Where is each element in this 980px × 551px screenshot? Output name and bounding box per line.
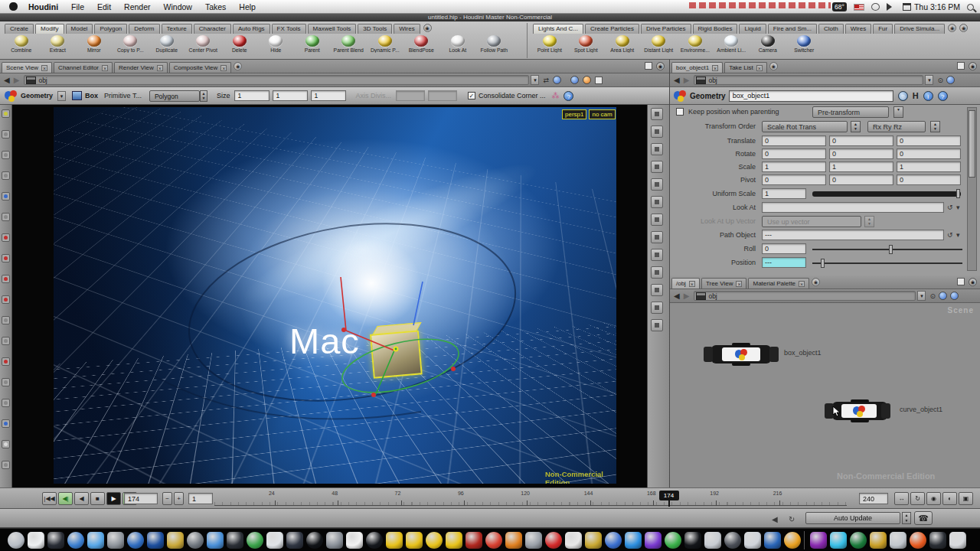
follow-selection-icon[interactable] [946,76,955,84]
tool-icon-10[interactable] [2,316,10,324]
dock-app-icon-26[interactable] [525,532,542,549]
dock-app-icon-22[interactable] [446,532,462,549]
translate-y-field[interactable]: 0 [829,135,893,146]
shelf-tab-auto-rigs[interactable]: Auto Rigs [233,24,270,34]
pin-pane-icon[interactable]: ⊙ [929,292,936,300]
node-flag-left[interactable] [704,347,713,362]
shelf-menu-icon[interactable]: ◉ [423,24,432,32]
look-at-field[interactable] [762,202,944,213]
volume-icon[interactable] [887,3,896,11]
playhead[interactable]: 174 [659,491,679,500]
shelf-tool-switcher[interactable]: Switcher [786,34,823,60]
jump-start-button[interactable]: |◀◀ [42,492,57,505]
shelf-tab-rigid-bodies[interactable]: Rigid Bodies [693,24,738,34]
dock-app-icon-9[interactable] [187,532,204,549]
shelf-tool-distant-light[interactable]: Distant Light [641,34,678,60]
tab-composite-view[interactable]: Composite View× [169,62,232,73]
keep-position-checkbox[interactable] [676,108,684,116]
rotate-order-spinner[interactable]: ▲▼ [930,121,940,132]
dock-app-icon-43[interactable] [870,532,887,549]
uniform-scale-field[interactable]: 1 [762,188,806,199]
apple-logo-icon[interactable] [9,2,18,11]
slider-handle[interactable] [821,259,825,268]
step-back-button[interactable]: ◀| [58,492,73,505]
tool-icon-17[interactable] [2,461,10,469]
dock-app-icon-20[interactable] [406,532,423,549]
tool-icon-11[interactable] [2,337,10,345]
dock-app-icon-14[interactable] [286,532,303,549]
node-flag-right[interactable] [881,403,890,419]
shelf-tab-wires[interactable]: Wires [845,24,871,34]
message-log-icon[interactable]: ◀ [772,515,778,523]
tool-icon-12[interactable] [2,357,10,366]
dock-app-icon-28[interactable] [565,532,582,549]
uniform-scale-slider[interactable] [812,191,961,197]
shelf-tool-ambient-li[interactable]: Ambient Li... [714,34,750,60]
viewport-option-icon-2[interactable] [651,143,663,155]
dock-app-icon-39[interactable] [784,532,801,549]
dock-app-icon-2[interactable] [47,532,64,549]
shelf-tab-texture[interactable]: Texture [162,24,192,34]
shelf-tab-drive-simula[interactable]: Drive Simula... [894,24,945,34]
pivot-y-field[interactable]: 0 [829,174,893,185]
no-cam-label[interactable]: no cam [589,109,615,119]
dock-app-icon-18[interactable] [366,532,383,549]
shelf-tab-wires[interactable]: Wires [394,24,420,34]
pivot-z-field[interactable]: 0 [897,174,961,185]
scale-y-field[interactable]: 1 [829,161,893,172]
transform-order-spinner[interactable]: ▲▼ [851,121,861,132]
update-mode-dropdown[interactable]: Auto Update [805,512,900,524]
pane-menu-icon[interactable]: ◉ [656,62,665,70]
close-tab-icon[interactable]: × [102,65,108,71]
shelf-tab-fur[interactable]: Fur [873,24,893,34]
dock-app-icon-47[interactable] [949,532,966,549]
rotate-x-field[interactable]: 0 [762,148,826,159]
weather-widget[interactable]: 68° [832,2,847,11]
shelf-tool-copy-to-p[interactable]: Copy to P... [113,34,149,60]
shelf-tab-drive-particles[interactable]: Drive Particles [641,24,691,34]
rotate-z-field[interactable]: 0 [897,148,961,159]
shelf-tool-extract[interactable]: Extract [40,34,77,60]
recook-icon[interactable]: ↻ [789,515,795,523]
battery-icon[interactable] [871,3,880,11]
tab-scene-view[interactable]: Scene View× [2,62,52,73]
shelf-tool-delete[interactable]: Delete [221,34,258,60]
network-editor[interactable]: Scene box_object1 curve_object1 Non-Comm… [670,303,980,487]
dock-app-icon-29[interactable] [585,532,602,549]
menu-help[interactable]: Help [239,2,256,11]
back-icon[interactable]: ◀ [4,76,10,84]
tool-icon-8[interactable] [2,275,10,283]
dock-app-icon-30[interactable] [605,532,622,549]
scale-x-field[interactable]: 1 [762,161,826,172]
tool-icon-7[interactable] [2,254,10,262]
dock-app-icon-23[interactable] [466,532,482,549]
dock-app-icon-12[interactable] [247,532,263,549]
size-z-field[interactable] [311,90,346,101]
dock-app-icon-10[interactable] [207,532,224,549]
slider-handle[interactable] [956,189,960,198]
tool-icon-9[interactable] [2,295,10,304]
dock-app-icon-40[interactable] [810,532,827,549]
viewport-option-icon-10[interactable] [651,284,663,296]
menu-window[interactable]: Window [164,2,192,11]
dock-app-icon-3[interactable] [67,532,84,549]
info-icon[interactable]: i [923,91,933,101]
shelf-tool-parent-blend[interactable]: Parent Blend [331,34,368,60]
shelf-tool-follow-path[interactable]: Follow Path [476,34,513,60]
input-language-flag-icon[interactable] [854,4,864,11]
molecule-icon[interactable]: ⁂ [551,92,559,100]
context-dropdown-icon[interactable]: ▼ [57,91,66,101]
snapshot-icon[interactable] [595,77,603,84]
dock-app-icon-37[interactable] [744,532,761,549]
close-tab-icon[interactable]: × [799,281,805,287]
menu-file[interactable]: File [71,2,84,11]
dock-app-icon-13[interactable] [266,532,283,549]
shelf-tab-maxwell-tools[interactable]: Maxwell Tools [308,24,357,34]
shelf-tool-combine[interactable]: Combine [3,34,40,60]
param-scrollbar[interactable] [967,107,977,271]
slider-handle[interactable] [889,245,893,254]
shelf-tab-lights-and-c[interactable]: Lights And C... [533,24,583,34]
shelf-tab-create[interactable]: Create [5,24,34,34]
close-tab-icon[interactable]: × [157,65,163,71]
network-path-field[interactable]: obj [694,291,916,301]
